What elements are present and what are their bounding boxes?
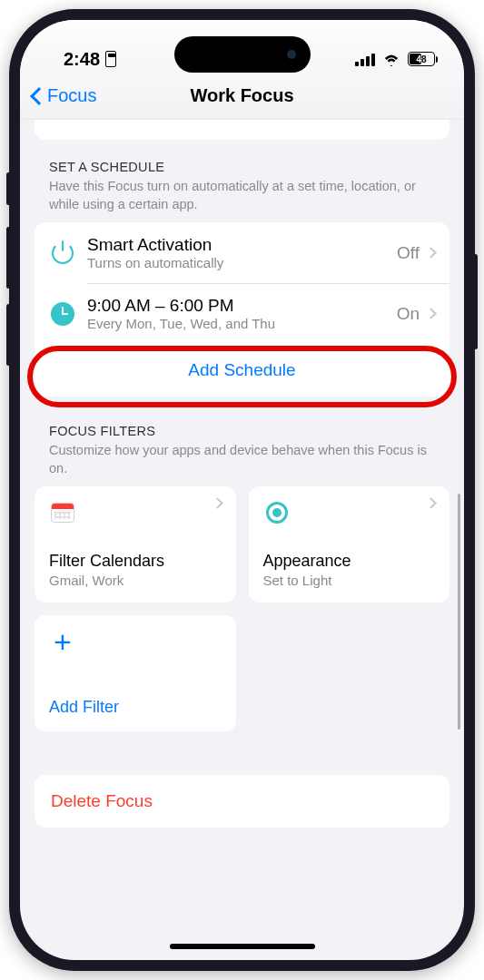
tile-subtitle: Set to Light (263, 573, 436, 588)
back-button[interactable]: Focus (33, 85, 190, 106)
row-subtitle: Turns on automatically (87, 255, 397, 270)
battery-icon: 48 (408, 52, 435, 66)
delete-focus-button[interactable]: Delete Focus (35, 775, 449, 828)
cellular-icon (355, 53, 375, 66)
time-schedule-row[interactable]: 9:00 AM – 6:00 PM Every Mon, Tue, Wed, a… (35, 283, 449, 344)
filters-heading: FOCUS FILTERS (20, 424, 464, 442)
calendar-icon (51, 503, 74, 523)
add-filter-label: Add Filter (49, 698, 222, 717)
row-subtitle: Every Mon, Tue, Wed, and Thu (87, 316, 397, 331)
schedule-card: Smart Activation Turns on automatically … (35, 222, 449, 397)
clock-icon (51, 302, 74, 326)
dynamic-island (174, 36, 311, 73)
chevron-left-icon (30, 87, 48, 105)
tile-title: Filter Calendars (49, 552, 222, 571)
appearance-icon (266, 502, 288, 524)
plus-icon: + (54, 631, 72, 652)
tile-title: Appearance (263, 552, 436, 571)
row-title: Smart Activation (87, 235, 397, 255)
sim-card-icon (105, 51, 116, 67)
add-filter-tile[interactable]: + Add Filter (35, 615, 236, 731)
wifi-icon (381, 52, 401, 66)
previous-section-card (35, 120, 449, 140)
home-indicator[interactable] (170, 944, 315, 949)
row-state: Off (397, 243, 420, 263)
chevron-right-icon (425, 497, 437, 509)
filters-desc: Customize how your apps and device behav… (20, 442, 464, 486)
add-schedule-button[interactable]: Add Schedule (35, 344, 449, 397)
smart-activation-row[interactable]: Smart Activation Turns on automatically … (35, 222, 449, 283)
status-time: 2:48 (64, 49, 100, 70)
delete-label: Delete Focus (51, 791, 153, 810)
scroll-indicator (458, 494, 460, 730)
appearance-tile[interactable]: Appearance Set to Light (249, 486, 450, 603)
chevron-right-icon (212, 497, 223, 509)
chevron-right-icon (425, 247, 437, 259)
row-state: On (397, 304, 420, 324)
page-title: Work Focus (190, 85, 293, 106)
tile-subtitle: Gmail, Work (49, 573, 222, 588)
back-label: Focus (47, 85, 96, 106)
power-icon (52, 242, 74, 264)
schedule-desc: Have this Focus turn on automatically at… (20, 178, 464, 222)
row-title: 9:00 AM – 6:00 PM (87, 296, 397, 316)
schedule-heading: SET A SCHEDULE (20, 160, 464, 178)
chevron-right-icon (425, 308, 437, 319)
add-schedule-label: Add Schedule (188, 360, 295, 380)
navigation-bar: Focus Work Focus (20, 73, 464, 120)
filter-calendars-tile[interactable]: Filter Calendars Gmail, Work (35, 486, 236, 603)
